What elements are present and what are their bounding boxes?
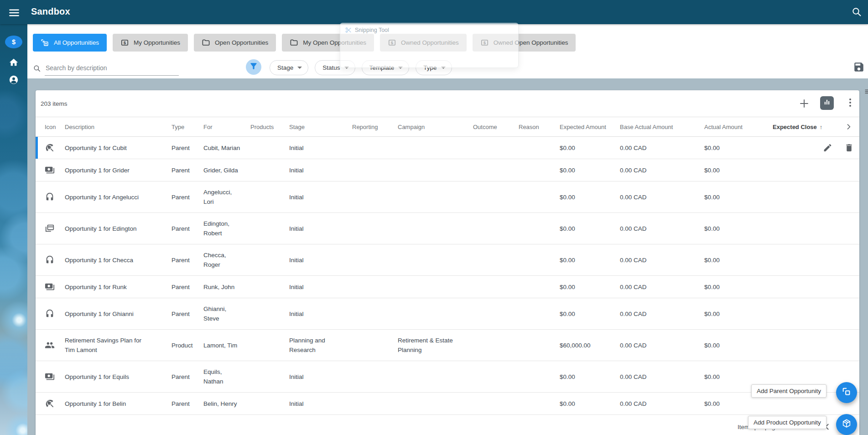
column-header-campaign[interactable]: Campaign [398,124,473,130]
column-header-reason[interactable]: Reason [519,124,560,130]
person-icon [9,75,19,85]
table-row[interactable]: Opportunity 1 for GriderParentGrider, Gi… [36,159,859,181]
cell-for: Grider, Gilda [203,159,250,181]
table-row[interactable]: Retirement Savings Plan for Tim LamontPr… [36,330,859,361]
add-parent-opportunity-button[interactable] [836,382,857,403]
cell-actual-amount: $0.00 [704,298,773,329]
sort-ascending-icon: ↑ [820,124,823,130]
table-row[interactable]: Opportunity 1 for CheccaParentChecca, Ro… [36,244,859,276]
cell-expected-close [773,159,859,181]
snipping-tool-window[interactable]: Snipping Tool [340,23,519,68]
column-header-type[interactable]: Type [172,124,203,130]
search-icon[interactable] [851,6,862,17]
cell-expected-close [773,213,859,244]
cell-base-actual-amount: 0.00 CAD [620,137,704,159]
save-view-button[interactable] [853,61,865,73]
sidebar-item-home[interactable] [0,57,27,67]
filter-funnel-button[interactable] [246,59,261,75]
cell-stage: Initial [289,298,352,329]
cell-stage: Initial [289,361,352,392]
column-header-icon[interactable]: Icon [45,124,65,130]
cell-outcome [473,298,519,329]
playlist-add-icon[interactable] [864,88,868,97]
search-input[interactable] [45,61,179,76]
tooltip-add-product-opportunity: Add Product Opportunity [748,416,826,429]
column-header-expected-amount[interactable]: Expected Amount [560,124,620,130]
add-product-opportunity-button[interactable] [836,414,857,435]
table-row[interactable]: Opportunity 1 for CubitParentCubit, Mari… [36,137,859,159]
cell-expected-amount: $0.00 [560,159,620,181]
cell-stage: Initial [289,137,352,159]
cell-campaign [398,159,473,181]
cell-expected-close [773,244,859,275]
cell-campaign [398,393,473,414]
cell-expected-close [773,330,859,361]
cell-outcome [473,393,519,414]
cell-expected-amount: $0.00 [560,393,620,414]
cell-stage: Planning and Research [289,330,352,361]
edit-button[interactable] [823,143,832,153]
cell-stage: Initial [289,159,352,181]
cell-base-actual-amount: 0.00 CAD [620,276,704,298]
table-row[interactable]: Opportunity 1 for EquilsParentEquils, Na… [36,361,859,393]
column-header-for[interactable]: For [203,124,250,130]
column-header-products[interactable]: Products [250,124,289,130]
cell-type: Parent [172,213,203,244]
table-row[interactable]: Opportunity 1 for AngelucciParentAngeluc… [36,181,859,213]
cell-reason [519,330,560,361]
table-row[interactable]: Opportunity 1 for BelinParentBelin, Henr… [36,393,859,415]
cell-outcome [473,330,519,361]
cell-base-actual-amount: 0.00 CAD [620,330,704,361]
column-header-base-actual-amount[interactable]: Base Actual Amount [620,124,704,130]
cell-campaign [398,244,473,275]
cell-campaign [398,213,473,244]
column-header-stage[interactable]: Stage [289,124,352,130]
filter-chip-stage[interactable]: Stage [270,60,308,75]
add-icon[interactable] [798,98,810,109]
tooltip-add-parent-opportunity: Add Parent Opportunity [751,384,826,398]
cell-for: Equils, Nathan [203,361,250,392]
cell-reason [519,298,560,329]
cell-reporting [352,393,398,414]
cell-outcome [473,276,519,298]
cell-reason [519,244,560,275]
scroll-columns-right-button[interactable] [845,123,852,130]
table-more-button[interactable] [845,97,856,109]
analytics-toggle-button[interactable] [820,96,834,110]
cell-base-actual-amount: 0.00 CAD [620,361,704,392]
cell-description: Opportunity 1 for Runk [65,276,172,298]
column-header-description[interactable]: Description [65,124,172,130]
cell-for: Lamont, Tim [203,330,250,361]
cell-products [250,181,289,212]
delete-button[interactable] [844,143,854,153]
cell-expected-amount: $0.00 [560,244,620,275]
cell-reason [519,181,560,212]
payments-icon [45,276,65,298]
cell-reporting [352,276,398,298]
cell-expected-close [773,276,859,298]
cell-campaign [398,298,473,329]
cell-description: Retirement Savings Plan for Tim Lamont [65,330,172,361]
table-row[interactable]: Opportunity 1 for EdingtonParentEdington… [36,213,859,244]
cell-campaign [398,137,473,159]
cell-base-actual-amount: 0.00 CAD [620,244,704,275]
cell-base-actual-amount: 0.00 CAD [620,213,704,244]
chip-label: Status [322,64,340,71]
column-header-actual-amount[interactable]: Actual Amount [704,124,773,130]
column-header-reporting[interactable]: Reporting [352,124,398,130]
cell-expected-amount: $0.00 [560,181,620,212]
cell-products [250,137,289,159]
cell-reporting [352,330,398,361]
table-row[interactable]: Opportunity 1 for GhianniParentGhianni, … [36,298,859,330]
cell-reason [519,393,560,414]
cell-reason [519,137,560,159]
sidebar-item-account[interactable] [0,75,27,85]
cell-outcome [473,137,519,159]
table-row[interactable]: Opportunity 1 for RunkParentRunk, JohnIn… [36,276,859,298]
sidebar-item-opportunities[interactable]: $ [0,36,27,48]
cell-base-actual-amount: 0.00 CAD [620,181,704,212]
home-icon [9,57,19,67]
column-header-outcome[interactable]: Outcome [473,124,519,130]
table-toolbar: 203 items [36,90,859,117]
hamburger-menu-icon[interactable] [8,7,20,18]
